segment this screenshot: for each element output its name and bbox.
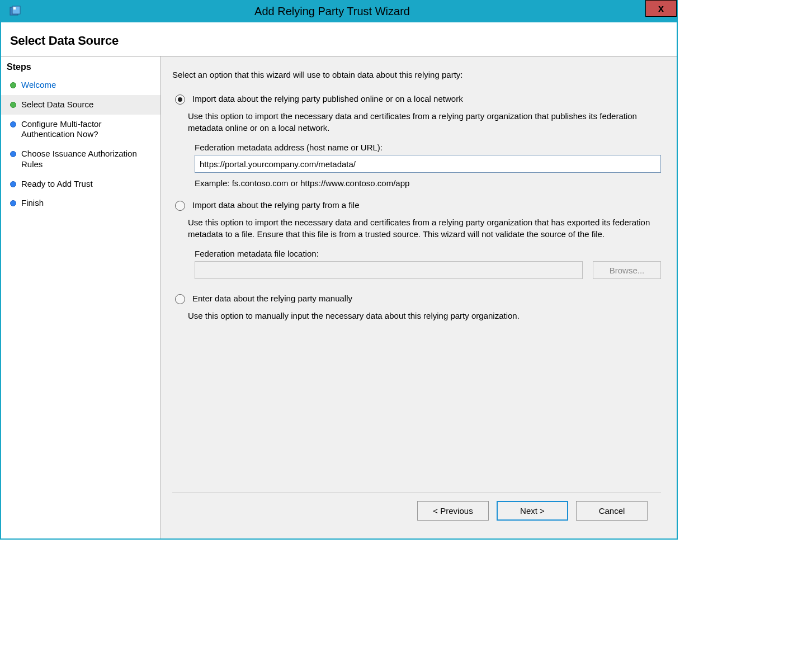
metadata-address-block: Federation metadata address (host name o…	[195, 143, 661, 188]
intro-text: Select an option that this wizard will u…	[172, 70, 661, 79]
step-welcome[interactable]: Welcome	[1, 75, 160, 95]
browse-button: Browse...	[593, 261, 661, 279]
option-file-row[interactable]: Import data about the relying party from…	[172, 199, 661, 211]
bullet-icon	[10, 151, 16, 157]
close-icon: x	[658, 3, 664, 15]
step-select-data-source[interactable]: Select Data Source	[1, 95, 160, 115]
next-button[interactable]: Next >	[497, 501, 568, 521]
steps-sidebar: Steps Welcome Select Data Source Configu…	[1, 56, 161, 538]
option-online-description: Use this option to import the necessary …	[188, 110, 661, 134]
app-icon	[9, 5, 21, 17]
step-label: Welcome	[21, 80, 56, 91]
metadata-address-label: Federation metadata address (host name o…	[195, 143, 661, 152]
step-configure-mfa[interactable]: Configure Multi-factor Authentication No…	[1, 115, 160, 145]
option-manual-row[interactable]: Enter data about the relying party manua…	[172, 292, 661, 304]
bullet-icon	[10, 102, 16, 108]
svg-rect-2	[13, 7, 16, 10]
step-ready-to-add-trust[interactable]: Ready to Add Trust	[1, 174, 160, 194]
metadata-address-example: Example: fs.contoso.com or https://www.c…	[195, 178, 661, 188]
metadata-file-label: Federation metadata file location:	[195, 249, 661, 258]
steps-heading: Steps	[1, 60, 160, 75]
option-file-description: Use this option to import the necessary …	[188, 216, 661, 240]
option-file-label: Import data about the relying party from…	[192, 200, 359, 210]
step-choose-issuance-rules[interactable]: Choose Issuance Authorization Rules	[1, 144, 160, 174]
step-label: Choose Issuance Authorization Rules	[21, 149, 155, 170]
bullet-icon	[10, 121, 16, 127]
metadata-file-block: Federation metadata file location: Brows…	[195, 249, 661, 279]
content-pane: Select an option that this wizard will u…	[161, 56, 677, 538]
window-title: Add Relying Party Trust Wizard	[21, 5, 677, 18]
wizard-window: Add Relying Party Trust Wizard x Select …	[0, 0, 678, 540]
bullet-icon	[10, 82, 16, 88]
radio-online[interactable]	[175, 95, 185, 105]
option-manual-label: Enter data about the relying party manua…	[192, 294, 352, 303]
wizard-footer: < Previous Next > Cancel	[172, 493, 661, 528]
page-title: Select Data Source	[10, 34, 668, 48]
metadata-file-input	[195, 261, 583, 279]
page-header: Select Data Source	[1, 22, 677, 56]
titlebar: Add Relying Party Trust Wizard x	[1, 0, 677, 22]
close-button[interactable]: x	[645, 0, 677, 17]
bullet-icon	[10, 181, 16, 187]
step-label: Finish	[21, 198, 44, 209]
option-manual-description: Use this option to manually input the ne…	[188, 310, 661, 322]
bullet-icon	[10, 200, 16, 206]
step-label: Select Data Source	[21, 100, 93, 110]
step-label: Ready to Add Trust	[21, 179, 93, 190]
option-online-row[interactable]: Import data about the relying party publ…	[172, 93, 661, 105]
step-label: Configure Multi-factor Authentication No…	[21, 119, 155, 140]
option-online-label: Import data about the relying party publ…	[192, 94, 463, 103]
step-finish[interactable]: Finish	[1, 193, 160, 213]
radio-file[interactable]	[175, 201, 185, 211]
cancel-button[interactable]: Cancel	[576, 501, 648, 521]
radio-manual[interactable]	[175, 294, 185, 304]
previous-button[interactable]: < Previous	[417, 501, 489, 521]
metadata-address-input[interactable]	[195, 155, 661, 173]
